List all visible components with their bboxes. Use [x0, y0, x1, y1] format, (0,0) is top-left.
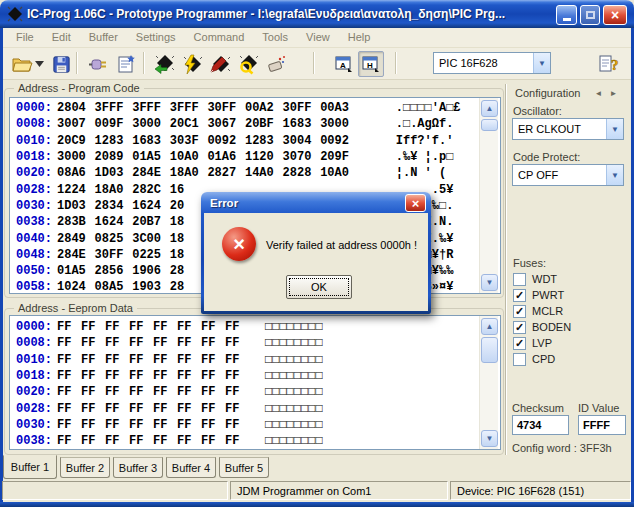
oscillator-combo[interactable]: ER CLKOUT ▼	[512, 118, 624, 140]
hex-word-cell[interactable]: 10A0	[320, 166, 358, 180]
hex-word-cell[interactable]: 20B7	[132, 215, 170, 229]
hex-word-cell[interactable]: 3070	[283, 150, 321, 164]
hex-word-cell[interactable]: 3067	[207, 117, 245, 131]
hex-byte-cell[interactable]: FF	[129, 320, 153, 334]
hex-word-cell[interactable]: 3FFF	[170, 101, 208, 115]
hex-word-cell[interactable]: 283B	[57, 215, 95, 229]
config-page-right-icon[interactable]: ►	[607, 87, 620, 100]
hex-word-cell[interactable]: 1120	[245, 150, 283, 164]
hex-byte-cell[interactable]: FF	[201, 418, 225, 432]
hex-byte-cell[interactable]: FF	[177, 336, 201, 350]
maximize-button[interactable]	[580, 5, 600, 25]
eeprom-grid[interactable]: 0000:FFFFFFFFFFFFFFFF□□□□□□□□0008:FFFFFF…	[9, 315, 501, 450]
menu-edit[interactable]: Edit	[43, 29, 80, 46]
hex-word-cell[interactable]: 3000	[132, 117, 170, 131]
hex-word-cell[interactable]: 3C00	[132, 232, 170, 246]
hex-byte-cell[interactable]: FF	[177, 353, 201, 367]
hex-byte-cell[interactable]: FF	[177, 385, 201, 399]
hex-byte-cell[interactable]: FF	[129, 418, 153, 432]
close-button[interactable]: ×	[603, 5, 627, 25]
open-dropdown-button[interactable]	[33, 51, 46, 77]
device-settings-button[interactable]	[113, 51, 139, 77]
hex-byte-cell[interactable]: FF	[153, 353, 177, 367]
hex-byte-cell[interactable]: FF	[201, 320, 225, 334]
hex-byte-cell[interactable]: FF	[81, 434, 105, 448]
menu-command[interactable]: Command	[185, 29, 254, 46]
hex-word-cell[interactable]: 1624	[95, 215, 133, 229]
hex-byte-cell[interactable]: FF	[153, 402, 177, 416]
hex-word-cell[interactable]: 14A0	[245, 166, 283, 180]
hex-byte-cell[interactable]: FF	[225, 385, 249, 399]
hardware-button[interactable]	[85, 51, 111, 77]
hex-word-cell[interactable]: 1683	[132, 134, 170, 148]
hex-word-cell[interactable]: 2827	[207, 166, 245, 180]
hex-byte-cell[interactable]: FF	[225, 320, 249, 334]
menu-file[interactable]: File	[7, 29, 43, 46]
hex-word-cell[interactable]: 2856	[95, 264, 133, 278]
hex-word-cell[interactable]: 1D03	[95, 166, 133, 180]
hex-byte-cell[interactable]: FF	[81, 402, 105, 416]
hex-byte-cell[interactable]: FF	[201, 434, 225, 448]
checkbox-lvp[interactable]: ✓	[513, 337, 526, 350]
tab-buffer-3[interactable]: Buffer 3	[113, 457, 163, 478]
tab-buffer-2[interactable]: Buffer 2	[60, 457, 110, 478]
hex-byte-cell[interactable]: FF	[153, 369, 177, 383]
checkbox-mclr[interactable]: ✓	[513, 305, 526, 318]
error-dialog-close-icon[interactable]: ×	[405, 194, 426, 212]
hex-byte-cell[interactable]: FF	[201, 402, 225, 416]
hex-word-cell[interactable]: 18A0	[95, 183, 133, 197]
hex-word-cell[interactable]: 3004	[283, 134, 321, 148]
hex-word-cell[interactable]: 3000	[57, 150, 95, 164]
code-protect-combo[interactable]: CP OFF ▼	[512, 164, 624, 186]
blank-check-button[interactable]	[263, 51, 289, 77]
hex-byte-cell[interactable]: FF	[105, 402, 129, 416]
hex-byte-cell[interactable]: FF	[153, 336, 177, 350]
hex-byte-cell[interactable]: FF	[177, 320, 201, 334]
hex-word-cell[interactable]: 30FF	[207, 101, 245, 115]
hex-word-cell[interactable]: 01A5	[132, 150, 170, 164]
hex-byte-cell[interactable]: FF	[153, 434, 177, 448]
hex-byte-cell[interactable]: FF	[129, 353, 153, 367]
hex-byte-cell[interactable]: FF	[57, 418, 81, 432]
device-selector-combo[interactable]: PIC 16F628 ▼	[433, 52, 551, 74]
hex-word-cell[interactable]: 00A2	[245, 101, 283, 115]
hex-byte-cell[interactable]: FF	[153, 320, 177, 334]
hex-byte-cell[interactable]: FF	[177, 402, 201, 416]
hex-word-cell[interactable]: 0092	[207, 134, 245, 148]
hex-word-cell[interactable]: 00A3	[320, 101, 358, 115]
hex-word-cell[interactable]: 30FF	[95, 248, 133, 262]
hex-word-cell[interactable]: 2089	[95, 150, 133, 164]
menu-buffer[interactable]: Buffer	[80, 29, 127, 46]
oscillator-dropdown-button[interactable]: ▼	[606, 119, 623, 139]
hex-byte-cell[interactable]: FF	[225, 418, 249, 432]
assembler-window-button[interactable]: A	[331, 51, 357, 77]
menu-view[interactable]: View	[297, 29, 339, 46]
hex-word-cell[interactable]: 1624	[132, 199, 170, 213]
hex-word-cell[interactable]: 20C1	[170, 117, 208, 131]
hex-word-cell[interactable]: 1903	[132, 280, 170, 294]
hex-byte-cell[interactable]: FF	[201, 369, 225, 383]
scroll-up-icon[interactable]: ▲	[481, 100, 498, 117]
hex-word-cell[interactable]: 18A0	[170, 166, 208, 180]
hex-byte-cell[interactable]: FF	[57, 320, 81, 334]
checkbox-wdt[interactable]	[513, 273, 526, 286]
hex-byte-cell[interactable]: FF	[177, 418, 201, 432]
hex-byte-cell[interactable]: FF	[81, 353, 105, 367]
help-button[interactable]: ?	[595, 51, 621, 77]
hex-word-cell[interactable]: 282C	[132, 183, 170, 197]
save-button[interactable]	[48, 51, 74, 77]
hex-byte-cell[interactable]: FF	[81, 385, 105, 399]
hex-byte-cell[interactable]: FF	[177, 369, 201, 383]
hex-byte-cell[interactable]: FF	[81, 336, 105, 350]
hex-byte-cell[interactable]: FF	[225, 369, 249, 383]
checkbox-cpd[interactable]	[513, 353, 526, 366]
hex-byte-cell[interactable]: FF	[81, 369, 105, 383]
hex-byte-cell[interactable]: FF	[105, 336, 129, 350]
program-chip-button[interactable]	[179, 51, 205, 77]
hex-word-cell[interactable]: 2804	[57, 101, 95, 115]
program-code-scrollbar[interactable]: ▲ ▼	[479, 98, 498, 293]
hex-byte-cell[interactable]: FF	[129, 434, 153, 448]
hex-word-cell[interactable]: 303F	[170, 134, 208, 148]
hex-byte-cell[interactable]: FF	[129, 402, 153, 416]
hex-byte-cell[interactable]: FF	[57, 369, 81, 383]
